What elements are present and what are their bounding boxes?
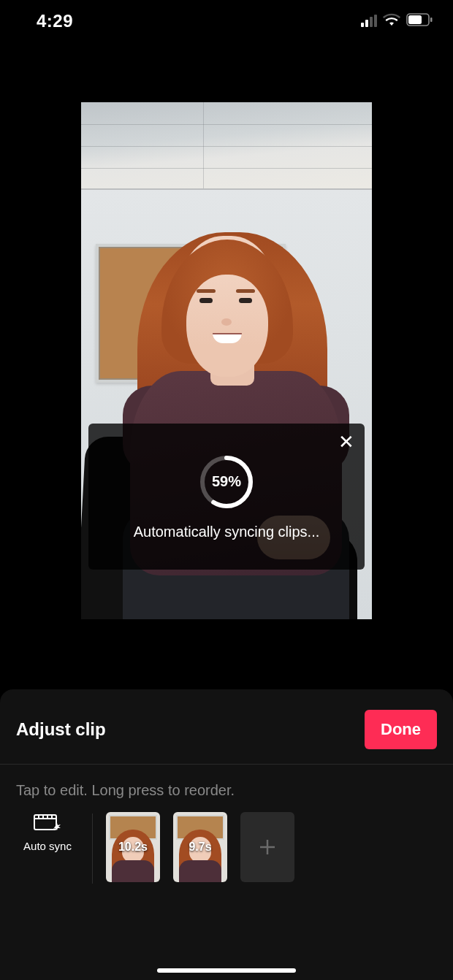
add-clip-button[interactable] — [240, 812, 294, 882]
clip-thumbnail-1[interactable]: 10.2s — [106, 812, 160, 882]
edit-hint: Tap to edit. Long press to reorder. — [0, 765, 453, 812]
progress-ring: 59% — [198, 453, 255, 510]
status-icons — [361, 13, 433, 29]
sync-progress-overlay: ✕ 59% Automatically syncing clips... — [88, 424, 365, 570]
adjust-clip-panel: Adjust clip Done Tap to edit. Long press… — [0, 689, 453, 980]
battery-icon — [406, 13, 433, 29]
wifi-icon — [383, 13, 400, 29]
done-button[interactable]: Done — [365, 710, 437, 749]
svg-rect-5 — [34, 815, 56, 830]
video-preview[interactable]: ✕ 59% Automatically syncing clips... — [81, 102, 372, 619]
clip-thumbnail-2[interactable]: 9.7s — [173, 812, 227, 882]
close-icon[interactable]: ✕ — [338, 432, 354, 451]
auto-sync-icon — [33, 812, 62, 832]
panel-title: Adjust clip — [16, 719, 106, 740]
progress-percent-label: 59% — [198, 453, 255, 510]
auto-sync-label: Auto sync — [23, 840, 72, 852]
clip-duration: 10.2s — [106, 812, 160, 882]
status-time: 4:29 — [37, 11, 73, 31]
plus-icon — [256, 836, 278, 858]
home-indicator[interactable] — [157, 968, 296, 973]
divider — [92, 814, 93, 884]
status-bar: 4:29 — [0, 0, 453, 42]
clip-duration: 9.7s — [173, 812, 227, 882]
svg-rect-1 — [430, 18, 433, 22]
auto-sync-button[interactable]: Auto sync — [16, 812, 79, 852]
progress-message: Automatically syncing clips... — [134, 524, 320, 540]
svg-rect-2 — [408, 15, 422, 24]
cellular-signal-icon — [361, 15, 377, 27]
clip-row: Auto sync 10.2s 9.7s — [0, 812, 453, 884]
